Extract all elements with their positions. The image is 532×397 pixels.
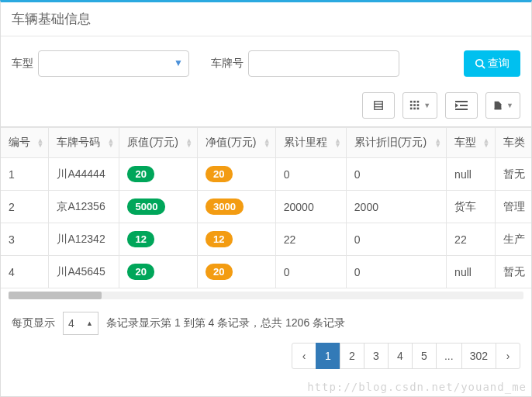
search-button[interactable]: 查询 bbox=[464, 50, 520, 77]
col-idx[interactable]: 编号▲▼ bbox=[1, 128, 49, 158]
page-size-select[interactable]: 4 ▲ bbox=[63, 312, 98, 335]
type-select[interactable]: ▼ bbox=[38, 50, 189, 77]
sort-icon: ▲▼ bbox=[185, 138, 192, 147]
col-mileage[interactable]: 累计里程▲▼ bbox=[275, 128, 346, 158]
caret-down-icon: ▼ bbox=[423, 102, 430, 109]
list-icon bbox=[373, 100, 384, 111]
svg-point-0 bbox=[476, 60, 483, 67]
page-ellipsis[interactable]: ... bbox=[436, 343, 462, 369]
page-4[interactable]: 4 bbox=[388, 343, 413, 369]
columns-button[interactable]: ▼ bbox=[402, 92, 437, 119]
plate-input[interactable] bbox=[248, 50, 399, 77]
type-label: 车型 bbox=[12, 57, 33, 71]
indent-icon bbox=[455, 100, 468, 111]
netval-badge: 12 bbox=[206, 231, 232, 247]
pagination: ‹12345...302› bbox=[1, 335, 531, 369]
page-5[interactable]: 5 bbox=[412, 343, 437, 369]
cell-plate: 川A45645 bbox=[49, 256, 119, 288]
origval-badge: 20 bbox=[127, 264, 154, 280]
page-1[interactable]: 1 bbox=[316, 343, 340, 369]
svg-rect-16 bbox=[455, 109, 468, 110]
table-row[interactable]: 4川A45645202000null暂无 bbox=[1, 256, 531, 288]
cell-cat: 暂无 bbox=[495, 256, 531, 288]
table-row[interactable]: 1川A44444202000null暂无 bbox=[1, 158, 531, 191]
footer: 每页显示 4 ▲ 条记录显示第 1 到第 4 条记录，总共 1206 条记录 bbox=[1, 306, 531, 335]
cell-idx: 2 bbox=[1, 191, 49, 223]
col-depr[interactable]: 累计折旧(万元)▲▼ bbox=[346, 128, 446, 158]
col-plate[interactable]: 车牌号码▲▼ bbox=[49, 128, 119, 158]
col-origval[interactable]: 原值(万元)▲▼ bbox=[119, 128, 198, 158]
col-depr-label: 累计折旧(万元) bbox=[354, 136, 427, 148]
cell-depr: 0 bbox=[346, 223, 446, 256]
col-plate-label: 车牌号码 bbox=[57, 136, 100, 148]
cell-depr: 2000 bbox=[346, 191, 446, 223]
col-cat[interactable]: 车类 bbox=[495, 128, 531, 158]
cell-mileage: 0 bbox=[275, 256, 346, 288]
search-button-label: 查询 bbox=[488, 57, 510, 71]
col-netval[interactable]: 净值(万元)▲▼ bbox=[198, 128, 276, 158]
cell-netval: 12 bbox=[198, 223, 276, 256]
origval-badge: 5000 bbox=[127, 198, 165, 215]
svg-rect-19 bbox=[495, 109, 502, 110]
table-container: 编号▲▼ 车牌号码▲▼ 原值(万元)▲▼ 净值(万元)▲▼ 累计里程▲▼ 累计折… bbox=[1, 126, 531, 288]
cell-idx: 4 bbox=[1, 256, 49, 288]
watermark: http://blog.csdn.net/youand_me bbox=[307, 381, 527, 393]
svg-line-1 bbox=[482, 66, 485, 69]
plate-label: 车牌号 bbox=[211, 57, 244, 71]
netval-badge: 20 bbox=[206, 166, 232, 182]
cell-origval: 12 bbox=[119, 223, 198, 256]
page-2[interactable]: 2 bbox=[340, 343, 364, 369]
svg-marker-17 bbox=[455, 103, 458, 108]
cell-depr: 0 bbox=[346, 256, 446, 288]
page-3[interactable]: 3 bbox=[364, 343, 389, 369]
cell-netval: 20 bbox=[198, 158, 276, 191]
cell-origval: 20 bbox=[119, 158, 198, 191]
cell-plate: 京A12356 bbox=[49, 191, 119, 223]
indent-button[interactable] bbox=[445, 92, 478, 119]
cell-idx: 1 bbox=[1, 158, 49, 191]
svg-rect-2 bbox=[375, 102, 383, 110]
cell-plate: 川A44444 bbox=[49, 158, 119, 191]
horizontal-scrollbar[interactable] bbox=[9, 292, 523, 299]
origval-badge: 20 bbox=[127, 166, 154, 182]
page-302[interactable]: 302 bbox=[461, 343, 496, 369]
type-select-input[interactable] bbox=[38, 50, 189, 77]
svg-rect-8 bbox=[410, 104, 413, 106]
data-table: 编号▲▼ 车牌号码▲▼ 原值(万元)▲▼ 净值(万元)▲▼ 累计里程▲▼ 累计折… bbox=[1, 127, 531, 288]
svg-rect-11 bbox=[410, 108, 413, 110]
sort-icon: ▲▼ bbox=[334, 138, 341, 147]
col-mileage-label: 累计里程 bbox=[284, 136, 327, 148]
origval-badge: 12 bbox=[127, 231, 154, 247]
cell-depr: 0 bbox=[346, 158, 446, 191]
cell-netval: 3000 bbox=[198, 191, 276, 223]
svg-rect-9 bbox=[413, 104, 416, 106]
sort-icon: ▲▼ bbox=[108, 138, 115, 147]
export-button[interactable]: ▼ bbox=[485, 92, 520, 119]
sort-icon: ▲▼ bbox=[483, 138, 490, 147]
caret-down-icon: ▼ bbox=[506, 102, 513, 109]
col-type[interactable]: 车型▲▼ bbox=[447, 128, 495, 158]
toggle-view-button[interactable] bbox=[362, 92, 395, 119]
table-row[interactable]: 2京A1235650003000200002000货车管理 bbox=[1, 191, 531, 223]
svg-rect-6 bbox=[413, 101, 416, 103]
caret-up-icon: ▲ bbox=[86, 319, 93, 327]
table-header-row: 编号▲▼ 车牌号码▲▼ 原值(万元)▲▼ 净值(万元)▲▼ 累计里程▲▼ 累计折… bbox=[1, 128, 531, 158]
page-size-label: 每页显示 bbox=[12, 316, 55, 330]
sort-icon: ▲▼ bbox=[36, 138, 43, 147]
search-icon bbox=[475, 58, 485, 69]
netval-badge: 3000 bbox=[206, 198, 244, 215]
cell-mileage: 20000 bbox=[275, 191, 346, 223]
svg-rect-10 bbox=[417, 104, 420, 106]
page-prev[interactable]: ‹ bbox=[292, 343, 316, 369]
col-netval-label: 净值(万元) bbox=[206, 136, 256, 148]
col-cat-label: 车类 bbox=[503, 136, 525, 148]
cell-cat: 生产 bbox=[495, 223, 531, 256]
page-next[interactable]: › bbox=[496, 343, 520, 369]
cell-netval: 20 bbox=[198, 256, 276, 288]
cell-type: null bbox=[447, 256, 495, 288]
export-icon bbox=[492, 100, 503, 111]
scrollbar-thumb[interactable] bbox=[9, 292, 102, 299]
toolbar: ▼ ▼ bbox=[1, 88, 531, 126]
table-row[interactable]: 3川A12342121222022生产 bbox=[1, 223, 531, 256]
svg-rect-12 bbox=[413, 108, 416, 110]
